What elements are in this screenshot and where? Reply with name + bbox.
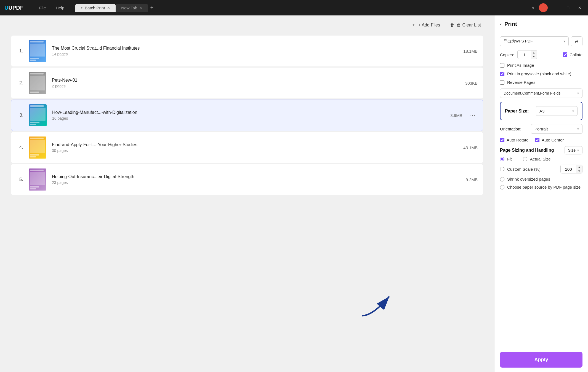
copies-label: Copies: — [500, 52, 514, 57]
scale-input-wrap: ▲ ▼ — [560, 165, 582, 173]
custom-scale-label: Custom Scale (%): — [507, 167, 542, 172]
print-header: ‹ Print — [494, 15, 588, 32]
printer-row: 导出为WPS PDF ▾ 🖨 — [500, 36, 582, 46]
copies-input[interactable] — [518, 51, 531, 59]
shrink-row: Shrink oversized pages — [500, 177, 582, 181]
auto-center-checkbox[interactable] — [535, 138, 539, 142]
fit-label: Fit — [507, 157, 512, 161]
sizing-header: Page Sizing and Handling Size ▾ — [500, 146, 582, 154]
paper-size-section: Paper Size: A3 ▾ — [500, 102, 582, 120]
printer-select[interactable]: 导出为WPS PDF ▾ — [500, 36, 569, 46]
scale-spinner: ▲ ▼ — [576, 165, 582, 173]
custom-scale-row: Custom Scale (%): ▲ ▼ — [500, 165, 582, 173]
file-item[interactable]: 4. Find-and-Apply-For-t...-Your-Higher-S… — [11, 132, 483, 163]
file-pages: 16 pages — [52, 116, 445, 121]
sizing-options: Fit Actual Size Custom Scale (%): — [500, 157, 582, 189]
tab-new-tab[interactable]: New Tab ✕ — [116, 4, 148, 12]
printer-settings-button[interactable]: 🖨 — [571, 36, 582, 46]
auto-options-row: Auto Rotate Auto Center — [500, 138, 582, 142]
titlebar-divider — [30, 4, 30, 12]
file-thumbnail — [29, 104, 47, 126]
more-options-button[interactable]: ··· — [468, 111, 477, 120]
orientation-select[interactable]: Portrait ▾ — [531, 124, 582, 134]
file-num: 3. — [17, 113, 23, 118]
file-name: Helping-Out-Insuranc...eir-Digital-Stren… — [52, 174, 460, 179]
file-pages: 14 pages — [52, 52, 458, 56]
file-size: 3.9MB — [450, 113, 462, 118]
fit-radio[interactable] — [500, 157, 504, 161]
sizing-select[interactable]: Size ▾ — [565, 146, 582, 154]
titlebar-menu: File Help — [35, 4, 69, 11]
file-size: 43.1MB — [463, 145, 478, 150]
print-as-image-checkbox[interactable] — [500, 63, 504, 68]
file-name: How-Leading-Manufact...-with-Digitalizat… — [52, 110, 445, 115]
actual-size-option: Actual Size — [523, 157, 551, 161]
scale-up-button[interactable]: ▲ — [576, 165, 582, 169]
add-tab-button[interactable]: + — [150, 5, 153, 11]
file-num: 1. — [17, 48, 23, 54]
back-button[interactable]: ‹ — [500, 21, 502, 27]
tab-new-close-icon[interactable]: ✕ — [139, 6, 142, 10]
paper-row: Paper Size: A3 ▾ — [505, 106, 578, 116]
file-thumbnail — [29, 40, 46, 62]
collate-checkbox[interactable] — [563, 52, 567, 57]
copies-down-button[interactable]: ▼ — [531, 55, 537, 59]
file-info: How-Leading-Manufact...-with-Digitalizat… — [52, 110, 445, 121]
file-thumbnail — [29, 72, 46, 94]
content-value: Document,Comment,Form Fields — [504, 91, 560, 95]
collate-label: Collate — [570, 52, 582, 57]
copies-up-button[interactable]: ▲ — [531, 50, 537, 55]
scale-input[interactable] — [561, 165, 576, 173]
content-select[interactable]: Document,Comment,Form Fields ▾ — [500, 89, 582, 98]
page-sizing-title: Page Sizing and Handling — [500, 148, 554, 153]
shrink-label: Shrink oversized pages — [507, 177, 550, 181]
fit-row: Fit Actual Size — [500, 157, 582, 161]
reverse-pages-checkbox[interactable] — [500, 80, 504, 85]
actual-size-radio[interactable] — [523, 157, 527, 161]
print-grayscale-label: Print in grayscale (black and white) — [507, 71, 571, 76]
choose-source-row: Choose paper source by PDF page size — [500, 185, 582, 189]
clear-list-label: 🗑 Clear List — [457, 23, 481, 28]
print-title: Print — [504, 21, 517, 27]
auto-rotate-checkbox[interactable] — [500, 138, 504, 142]
file-item[interactable]: 5. Helping-Out-Insuranc...eir-Digital-St… — [11, 164, 483, 195]
close-window-button[interactable]: ✕ — [576, 4, 584, 11]
print-grayscale-checkbox[interactable] — [500, 72, 504, 76]
print-as-image-row: Print As Image — [500, 63, 582, 68]
page-sizing-section: Page Sizing and Handling Size ▾ Fit — [500, 146, 582, 189]
add-files-button[interactable]: ＋ + Add Files — [409, 21, 442, 29]
choose-source-radio[interactable] — [500, 185, 504, 189]
auto-rotate-item: Auto Rotate — [500, 138, 528, 142]
apply-button[interactable]: Apply — [500, 352, 582, 368]
menu-help[interactable]: Help — [51, 4, 69, 11]
custom-scale-radio[interactable] — [500, 167, 504, 171]
maximize-button[interactable]: □ — [565, 4, 571, 11]
reverse-pages-label: Reverse Pages — [507, 80, 536, 85]
titlebar: UUPDF File Help ▾ Batch Print ✕ New Tab … — [0, 0, 588, 15]
paper-size-select[interactable]: A3 ▾ — [536, 106, 578, 116]
tab-close-icon[interactable]: ✕ — [107, 6, 110, 10]
print-body: 导出为WPS PDF ▾ 🖨 Copies: ▲ ▼ — [494, 32, 588, 372]
file-item[interactable]: 1. The Most Crucial Strat...d Financial … — [11, 36, 483, 66]
paper-size-label: Paper Size: — [505, 109, 533, 114]
titlebar-chevron-icon[interactable]: ∨ — [532, 6, 534, 10]
file-item[interactable]: 2. Pets-New-01 2 pages 303KB — [11, 68, 483, 98]
fit-option: Fit — [500, 157, 512, 161]
trash-icon: 🗑 — [450, 23, 454, 28]
scale-down-button[interactable]: ▼ — [576, 169, 582, 173]
file-item[interactable]: 3. How-Leading-Manufact...-with-Digitali… — [11, 100, 483, 131]
file-name: Pets-New-01 — [52, 78, 460, 83]
orientation-value: Portrait — [534, 127, 548, 131]
file-pages: 23 pages — [52, 180, 460, 185]
menu-file[interactable]: File — [35, 4, 50, 11]
copies-spinner: ▲ ▼ — [531, 50, 537, 59]
minimize-button[interactable]: — — [552, 4, 560, 11]
tab-batch-print[interactable]: ▾ Batch Print ✕ — [75, 4, 116, 12]
shrink-radio[interactable] — [500, 177, 504, 181]
clear-list-button[interactable]: 🗑 🗑 Clear List — [448, 21, 483, 29]
arrow-annotation — [356, 285, 400, 322]
printer-value: 导出为WPS PDF — [504, 39, 533, 44]
print-grayscale-row: Print in grayscale (black and white) — [500, 71, 582, 76]
collate-row: Collate — [563, 52, 582, 57]
avatar[interactable] — [539, 3, 548, 12]
